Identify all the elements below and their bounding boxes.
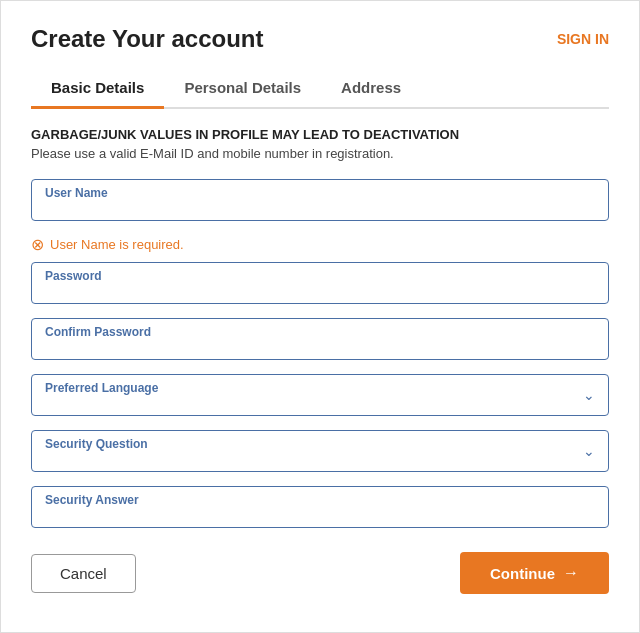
warning-title: GARBAGE/JUNK VALUES IN PROFILE MAY LEAD … xyxy=(31,127,609,142)
security-answer-input[interactable] xyxy=(31,486,609,528)
footer-row: Cancel Continue → xyxy=(31,552,609,594)
sign-in-link[interactable]: SIGN IN xyxy=(557,31,609,47)
security-question-field-wrapper: Security Question What is your mother's … xyxy=(31,430,609,472)
tab-personal-details[interactable]: Personal Details xyxy=(164,69,321,109)
continue-button[interactable]: Continue → xyxy=(460,552,609,594)
confirm-password-field-wrapper: Confirm Password xyxy=(31,318,609,360)
password-field-wrapper: Password xyxy=(31,262,609,304)
security-question-select[interactable]: What is your mother's maiden name? What … xyxy=(31,430,609,472)
error-icon: ⊗ xyxy=(31,235,44,254)
cancel-button[interactable]: Cancel xyxy=(31,554,136,593)
header-row: Create Your account SIGN IN xyxy=(31,25,609,53)
username-error-row: ⊗ User Name is required. xyxy=(31,235,609,254)
password-input[interactable] xyxy=(31,262,609,304)
page-title: Create Your account xyxy=(31,25,264,53)
continue-label: Continue xyxy=(490,565,555,582)
username-input[interactable] xyxy=(31,179,609,221)
tab-basic-details[interactable]: Basic Details xyxy=(31,69,164,109)
tabs-container: Basic Details Personal Details Address xyxy=(31,69,609,109)
account-creation-card: Create Your account SIGN IN Basic Detail… xyxy=(0,0,640,633)
confirm-password-input[interactable] xyxy=(31,318,609,360)
username-error-text: User Name is required. xyxy=(50,237,184,252)
security-answer-field-wrapper: Security Answer xyxy=(31,486,609,528)
continue-arrow-icon: → xyxy=(563,564,579,582)
preferred-language-field-wrapper: Preferred Language English Spanish Frenc… xyxy=(31,374,609,416)
warning-box: GARBAGE/JUNK VALUES IN PROFILE MAY LEAD … xyxy=(31,127,609,161)
warning-subtitle: Please use a valid E-Mail ID and mobile … xyxy=(31,146,609,161)
username-field-wrapper: User Name xyxy=(31,179,609,221)
preferred-language-select[interactable]: English Spanish French xyxy=(31,374,609,416)
tab-address[interactable]: Address xyxy=(321,69,421,109)
